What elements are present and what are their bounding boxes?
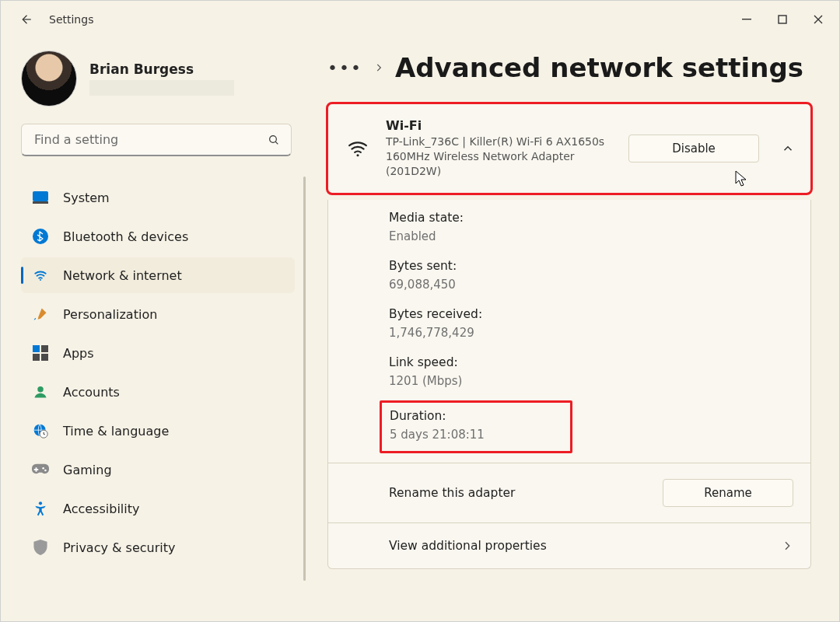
gamepad-icon [32, 461, 49, 478]
nav-list: System Bluetooth & devices Network & int… [21, 176, 306, 621]
sidebar-item-privacy[interactable]: Privacy & security [21, 529, 295, 565]
avatar [21, 51, 77, 107]
window-minimize-button[interactable] [729, 4, 765, 35]
svg-rect-0 [742, 19, 751, 19]
minimize-icon [742, 15, 751, 24]
chevron-right-icon [781, 540, 793, 552]
sidebar-item-time[interactable]: Time & language [21, 413, 295, 449]
user-email-redacted [89, 80, 234, 96]
collapse-button[interactable] [781, 142, 795, 156]
rename-button[interactable]: Rename [663, 479, 793, 507]
sidebar-item-label: Privacy & security [63, 540, 175, 555]
svg-point-6 [40, 279, 41, 281]
search-box[interactable] [21, 124, 292, 156]
profile[interactable]: Brian Burgess [21, 51, 306, 107]
search-input[interactable] [33, 131, 258, 148]
back-button[interactable] [13, 7, 38, 32]
sidebar-item-label: Time & language [63, 424, 169, 439]
chevron-right-icon [373, 62, 384, 73]
svg-point-5 [33, 229, 48, 244]
svg-point-16 [42, 467, 44, 470]
arrow-left-icon [19, 12, 33, 26]
bluetooth-icon [32, 228, 49, 245]
sidebar: Brian Burgess System Bluetooth & dev [1, 38, 312, 621]
svg-rect-15 [34, 469, 39, 470]
maximize-icon [778, 15, 787, 24]
system-icon [32, 189, 49, 206]
svg-point-17 [44, 470, 47, 472]
sidebar-item-label: Network & internet [63, 268, 182, 283]
mouse-cursor-icon [735, 170, 749, 187]
sidebar-item-apps[interactable]: Apps [21, 335, 295, 371]
rename-label: Rename this adapter [389, 486, 515, 500]
page-title: Advanced network settings [395, 52, 803, 83]
sidebar-item-label: Accounts [63, 385, 120, 400]
breadcrumb-overflow[interactable]: ••• [327, 58, 362, 78]
kv-link-speed: Link speed: 1201 (Mbps) [389, 348, 795, 396]
svg-rect-9 [33, 354, 40, 361]
wifi-icon [344, 138, 372, 159]
kv-bytes-received: Bytes received: 1,746,778,429 [389, 299, 795, 348]
sidebar-item-label: Gaming [63, 463, 112, 477]
sidebar-item-label: Personalization [63, 307, 157, 322]
sidebar-item-system[interactable]: System [21, 180, 295, 215]
sidebar-item-label: Accessibility [63, 501, 139, 516]
accessibility-icon [32, 500, 49, 517]
adapter-name: Wi-Fi [386, 118, 614, 133]
svg-point-2 [270, 135, 277, 142]
adapter-subtitle: TP-Link_736C | Killer(R) Wi-Fi 6 AX1650s… [386, 135, 614, 179]
svg-point-11 [37, 386, 44, 393]
sidebar-item-gaming[interactable]: Gaming [21, 452, 295, 487]
sidebar-item-label: Apps [63, 346, 94, 361]
content: ••• Advanced network settings Wi-Fi TP-L… [312, 38, 839, 621]
window-close-button[interactable] [800, 4, 836, 35]
body: Brian Burgess System Bluetooth & dev [1, 38, 839, 621]
shield-icon [32, 539, 49, 556]
sidebar-item-personalization[interactable]: Personalization [21, 296, 295, 332]
sidebar-item-accounts[interactable]: Accounts [21, 374, 295, 410]
window-maximize-button[interactable] [765, 4, 800, 35]
breadcrumb: ••• Advanced network settings [327, 52, 811, 83]
close-icon [814, 15, 823, 24]
rename-row: Rename this adapter Rename [328, 463, 810, 522]
sidebar-item-label: Bluetooth & devices [63, 229, 188, 244]
svg-rect-8 [41, 345, 48, 352]
svg-rect-3 [33, 191, 48, 201]
sidebar-item-label: System [63, 190, 110, 205]
additional-properties-label: View additional properties [389, 539, 547, 553]
apps-icon [32, 344, 49, 362]
brush-icon [32, 306, 49, 323]
wifi-icon [32, 267, 49, 284]
titlebar: Settings [1, 1, 839, 38]
additional-properties-row[interactable]: View additional properties [328, 522, 810, 568]
sidebar-item-accessibility[interactable]: Accessibility [21, 491, 295, 526]
svg-rect-7 [33, 345, 40, 352]
user-name: Brian Burgess [89, 61, 234, 77]
svg-point-19 [356, 154, 359, 156]
chevron-up-icon [781, 142, 795, 156]
kv-duration: Duration: 5 days 21:08:11 [390, 406, 513, 445]
kv-bytes-sent: Bytes sent: 69,088,450 [389, 251, 795, 299]
app-title: Settings [49, 13, 93, 26]
sidebar-item-network[interactable]: Network & internet [21, 257, 295, 293]
kv-media-state: Media state: Enabled [389, 203, 795, 251]
settings-window: Settings Brian Burgess [0, 0, 840, 622]
search-icon [268, 134, 280, 146]
svg-rect-4 [33, 201, 48, 204]
adapter-details: Media state: Enabled Bytes sent: 69,088,… [327, 200, 811, 569]
svg-point-18 [39, 501, 42, 505]
globe-clock-icon [32, 422, 49, 439]
sidebar-item-bluetooth[interactable]: Bluetooth & devices [21, 218, 295, 254]
svg-rect-1 [779, 16, 786, 23]
svg-rect-10 [41, 354, 48, 361]
person-icon [32, 383, 49, 400]
highlight-duration: Duration: 5 days 21:08:11 [380, 400, 572, 453]
disable-button[interactable]: Disable [628, 135, 759, 162]
